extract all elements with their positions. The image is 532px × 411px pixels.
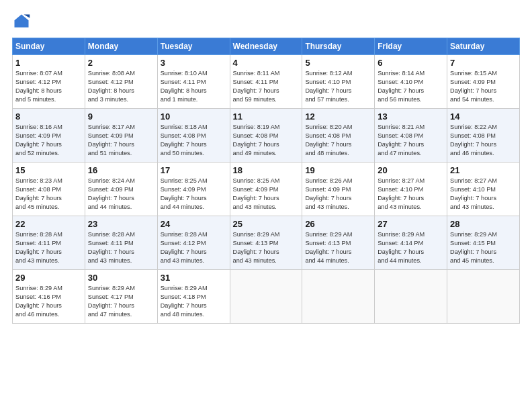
day-number: 29 <box>15 273 82 283</box>
day-number: 27 <box>378 219 444 229</box>
header-monday: Monday <box>85 38 157 55</box>
day-number: 31 <box>161 273 227 283</box>
calendar-cell: 17Sunrise: 8:25 AMSunset: 4:09 PMDayligh… <box>157 163 230 216</box>
day-number: 22 <box>15 219 82 229</box>
day-number: 10 <box>161 111 227 122</box>
day-number: 9 <box>88 111 154 122</box>
cell-info: Sunrise: 8:14 AMSunset: 4:10 PMDaylight:… <box>378 69 444 104</box>
day-number: 2 <box>88 58 154 68</box>
cell-info: Sunrise: 8:29 AMSunset: 4:16 PMDaylight:… <box>15 284 82 319</box>
week-row-3: 22Sunrise: 8:28 AMSunset: 4:11 PMDayligh… <box>13 216 520 270</box>
cell-info: Sunrise: 8:29 AMSunset: 4:13 PMDaylight:… <box>233 230 300 265</box>
day-number: 12 <box>305 111 371 122</box>
header-row: SundayMondayTuesdayWednesdayThursdayFrid… <box>13 38 520 55</box>
day-number: 6 <box>378 58 444 68</box>
week-row-4: 29Sunrise: 8:29 AMSunset: 4:16 PMDayligh… <box>13 270 520 324</box>
calendar-cell: 9Sunrise: 8:17 AMSunset: 4:09 PMDaylight… <box>85 109 157 163</box>
calendar-cell: 19Sunrise: 8:26 AMSunset: 4:09 PMDayligh… <box>302 163 375 216</box>
calendar-cell: 29Sunrise: 8:29 AMSunset: 4:16 PMDayligh… <box>13 270 85 324</box>
calendar-cell <box>302 270 375 324</box>
calendar-table: SundayMondayTuesdayWednesdayThursdayFrid… <box>12 38 520 324</box>
calendar-cell: 3Sunrise: 8:10 AMSunset: 4:11 PMDaylight… <box>157 55 230 109</box>
calendar-cell: 10Sunrise: 8:18 AMSunset: 4:08 PMDayligh… <box>157 109 230 163</box>
calendar-cell: 13Sunrise: 8:21 AMSunset: 4:08 PMDayligh… <box>375 109 447 163</box>
header-saturday: Saturday <box>447 38 520 55</box>
day-number: 16 <box>88 165 154 175</box>
cell-info: Sunrise: 8:10 AMSunset: 4:11 PMDaylight:… <box>161 69 227 104</box>
cell-info: Sunrise: 8:24 AMSunset: 4:09 PMDaylight:… <box>88 177 154 212</box>
calendar-cell: 14Sunrise: 8:22 AMSunset: 4:08 PMDayligh… <box>447 109 520 163</box>
day-number: 21 <box>450 165 517 175</box>
calendar-cell: 20Sunrise: 8:27 AMSunset: 4:10 PMDayligh… <box>375 163 447 216</box>
cell-info: Sunrise: 8:29 AMSunset: 4:14 PMDaylight:… <box>378 230 444 265</box>
day-number: 11 <box>233 111 300 122</box>
calendar-cell: 30Sunrise: 8:29 AMSunset: 4:17 PMDayligh… <box>85 270 157 324</box>
day-number: 26 <box>305 219 371 229</box>
cell-info: Sunrise: 8:07 AMSunset: 4:12 PMDaylight:… <box>15 69 82 104</box>
cell-info: Sunrise: 8:18 AMSunset: 4:08 PMDaylight:… <box>161 123 227 158</box>
cell-info: Sunrise: 8:20 AMSunset: 4:08 PMDaylight:… <box>305 123 371 158</box>
calendar-cell: 25Sunrise: 8:29 AMSunset: 4:13 PMDayligh… <box>230 216 302 270</box>
cell-info: Sunrise: 8:27 AMSunset: 4:10 PMDaylight:… <box>450 177 517 212</box>
calendar-cell: 27Sunrise: 8:29 AMSunset: 4:14 PMDayligh… <box>375 216 447 270</box>
header-sunday: Sunday <box>13 38 85 55</box>
cell-info: Sunrise: 8:29 AMSunset: 4:17 PMDaylight:… <box>88 284 154 319</box>
calendar-header: SundayMondayTuesdayWednesdayThursdayFrid… <box>13 38 520 55</box>
header-tuesday: Tuesday <box>157 38 230 55</box>
logo-icon <box>12 12 31 31</box>
calendar-cell: 22Sunrise: 8:28 AMSunset: 4:11 PMDayligh… <box>13 216 85 270</box>
day-number: 18 <box>233 165 300 175</box>
day-number: 25 <box>233 219 300 229</box>
cell-info: Sunrise: 8:25 AMSunset: 4:09 PMDaylight:… <box>233 177 300 212</box>
header <box>12 12 520 31</box>
calendar-cell: 2Sunrise: 8:08 AMSunset: 4:12 PMDaylight… <box>85 55 157 109</box>
calendar-cell: 31Sunrise: 8:29 AMSunset: 4:18 PMDayligh… <box>157 270 230 324</box>
day-number: 30 <box>88 273 154 283</box>
week-row-0: 1Sunrise: 8:07 AMSunset: 4:12 PMDaylight… <box>13 55 520 109</box>
cell-info: Sunrise: 8:15 AMSunset: 4:09 PMDaylight:… <box>450 69 517 104</box>
cell-info: Sunrise: 8:22 AMSunset: 4:08 PMDaylight:… <box>450 123 517 158</box>
week-row-2: 15Sunrise: 8:23 AMSunset: 4:08 PMDayligh… <box>13 163 520 216</box>
day-number: 4 <box>233 58 300 68</box>
day-number: 19 <box>305 165 371 175</box>
svg-marker-0 <box>15 15 29 28</box>
calendar-cell <box>375 270 447 324</box>
header-thursday: Thursday <box>302 38 375 55</box>
cell-info: Sunrise: 8:17 AMSunset: 4:09 PMDaylight:… <box>88 123 154 158</box>
cell-info: Sunrise: 8:25 AMSunset: 4:09 PMDaylight:… <box>161 177 227 212</box>
cell-info: Sunrise: 8:23 AMSunset: 4:08 PMDaylight:… <box>15 177 82 212</box>
calendar-cell: 24Sunrise: 8:28 AMSunset: 4:12 PMDayligh… <box>157 216 230 270</box>
logo <box>12 12 34 31</box>
calendar-cell: 15Sunrise: 8:23 AMSunset: 4:08 PMDayligh… <box>13 163 85 216</box>
calendar-cell: 12Sunrise: 8:20 AMSunset: 4:08 PMDayligh… <box>302 109 375 163</box>
calendar-cell: 4Sunrise: 8:11 AMSunset: 4:11 PMDaylight… <box>230 55 302 109</box>
cell-info: Sunrise: 8:28 AMSunset: 4:11 PMDaylight:… <box>88 230 154 265</box>
cell-info: Sunrise: 8:26 AMSunset: 4:09 PMDaylight:… <box>305 177 371 212</box>
calendar-cell: 7Sunrise: 8:15 AMSunset: 4:09 PMDaylight… <box>447 55 520 109</box>
cell-info: Sunrise: 8:28 AMSunset: 4:12 PMDaylight:… <box>161 230 227 265</box>
calendar-cell: 18Sunrise: 8:25 AMSunset: 4:09 PMDayligh… <box>230 163 302 216</box>
calendar-cell: 6Sunrise: 8:14 AMSunset: 4:10 PMDaylight… <box>375 55 447 109</box>
header-wednesday: Wednesday <box>230 38 302 55</box>
calendar-cell <box>230 270 302 324</box>
day-number: 1 <box>15 58 82 68</box>
day-number: 15 <box>15 165 82 175</box>
day-number: 24 <box>161 219 227 229</box>
day-number: 28 <box>450 219 517 229</box>
cell-info: Sunrise: 8:21 AMSunset: 4:08 PMDaylight:… <box>378 123 444 158</box>
day-number: 3 <box>161 58 227 68</box>
cell-info: Sunrise: 8:29 AMSunset: 4:13 PMDaylight:… <box>305 230 371 265</box>
day-number: 17 <box>161 165 227 175</box>
cell-info: Sunrise: 8:12 AMSunset: 4:10 PMDaylight:… <box>305 69 371 104</box>
calendar-cell: 21Sunrise: 8:27 AMSunset: 4:10 PMDayligh… <box>447 163 520 216</box>
calendar-cell: 5Sunrise: 8:12 AMSunset: 4:10 PMDaylight… <box>302 55 375 109</box>
day-number: 14 <box>450 111 517 122</box>
day-number: 13 <box>378 111 444 122</box>
calendar-cell: 23Sunrise: 8:28 AMSunset: 4:11 PMDayligh… <box>85 216 157 270</box>
week-row-1: 8Sunrise: 8:16 AMSunset: 4:09 PMDaylight… <box>13 109 520 163</box>
calendar-cell: 16Sunrise: 8:24 AMSunset: 4:09 PMDayligh… <box>85 163 157 216</box>
cell-info: Sunrise: 8:11 AMSunset: 4:11 PMDaylight:… <box>233 69 300 104</box>
calendar-cell: 8Sunrise: 8:16 AMSunset: 4:09 PMDaylight… <box>13 109 85 163</box>
cell-info: Sunrise: 8:08 AMSunset: 4:12 PMDaylight:… <box>88 69 154 104</box>
header-friday: Friday <box>375 38 447 55</box>
